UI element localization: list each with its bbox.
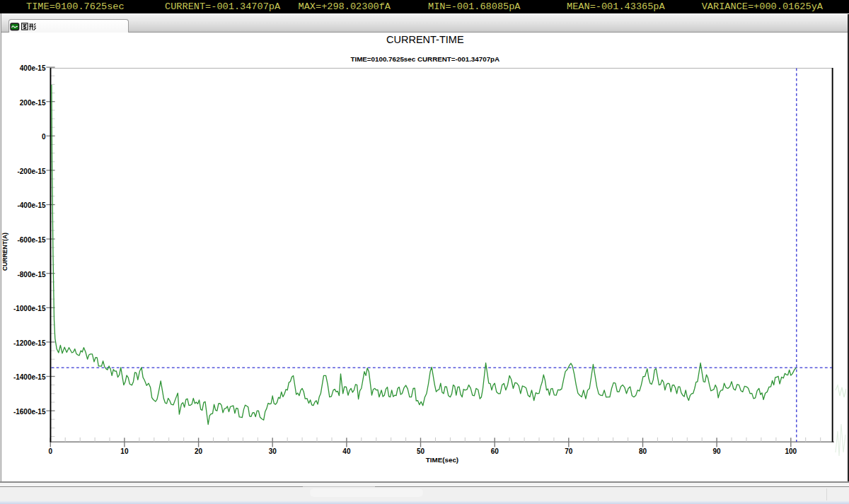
svg-text:CURRENT-TIME: CURRENT-TIME — [386, 34, 464, 45]
svg-text:80: 80 — [639, 447, 647, 455]
svg-text:20: 20 — [195, 447, 203, 455]
svg-text:30: 30 — [269, 447, 277, 455]
svg-text:50: 50 — [417, 447, 425, 455]
svg-text:-1000e-15: -1000e-15 — [13, 305, 46, 312]
svg-text:TIME=0100.7625sec CURRENT=-001: TIME=0100.7625sec CURRENT=-001.34707pA — [350, 55, 499, 63]
svg-text:70: 70 — [565, 447, 573, 455]
svg-text:CURRENT(A): CURRENT(A) — [1, 233, 8, 271]
svg-text:400e-15: 400e-15 — [20, 64, 46, 72]
svg-text:0: 0 — [42, 133, 46, 141]
svg-text:-1400e-15: -1400e-15 — [13, 373, 46, 381]
svg-text:200e-15: 200e-15 — [20, 99, 46, 107]
svg-text:-800e-15: -800e-15 — [17, 271, 45, 279]
svg-text:-1200e-15: -1200e-15 — [13, 339, 46, 347]
svg-text:-200e-15: -200e-15 — [17, 168, 45, 175]
svg-text:0: 0 — [49, 447, 53, 455]
svg-text:40: 40 — [342, 447, 351, 455]
svg-text:90: 90 — [713, 447, 722, 455]
svg-text:-1600e-15: -1600e-15 — [13, 408, 46, 416]
svg-text:-600e-15: -600e-15 — [17, 236, 45, 244]
svg-text:TIME(sec): TIME(sec) — [426, 456, 458, 464]
svg-text:-400e-15: -400e-15 — [17, 201, 45, 209]
svg-text:100: 100 — [785, 447, 797, 455]
svg-text:10: 10 — [120, 447, 129, 455]
svg-text:60: 60 — [491, 447, 499, 455]
